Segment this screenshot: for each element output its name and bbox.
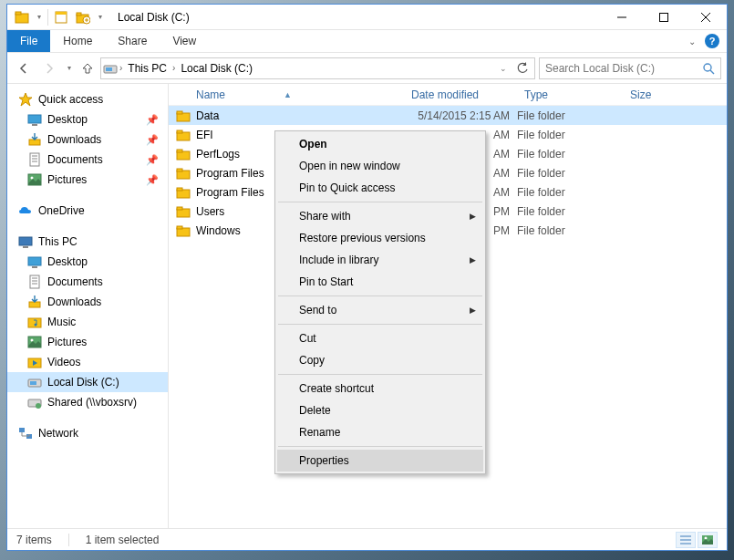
network-icon (18, 426, 33, 441)
sidebar-item-label: Documents (47, 153, 103, 166)
file-name: Users (196, 205, 224, 218)
menu-item-pin-to-start[interactable]: Pin to Start (277, 271, 483, 293)
sidebar-this-pc[interactable]: This PC (7, 232, 168, 252)
navigation-pane[interactable]: Quick access Desktop📌Downloads📌Documents… (7, 84, 169, 528)
sidebar-item-downloads[interactable]: Downloads (7, 292, 168, 312)
file-type: File folder (517, 205, 623, 218)
address-dropdown-icon[interactable]: ⌄ (496, 64, 511, 73)
status-bar: 7 items 1 item selected (7, 528, 727, 550)
ribbon-expand-icon[interactable]: ⌄ (688, 36, 696, 47)
menu-item-open[interactable]: Open (277, 133, 483, 155)
pc-icon (18, 234, 33, 249)
breadcrumb[interactable]: This PC (124, 62, 171, 75)
file-name: Program Files (196, 167, 264, 180)
sidebar-item-shared-vboxsrv-[interactable]: Shared (\\vboxsrv) (7, 392, 168, 412)
file-type: File folder (517, 186, 623, 199)
svg-rect-28 (23, 246, 28, 248)
thumbnails-view-button[interactable] (698, 532, 718, 548)
svg-point-45 (36, 403, 41, 409)
folder-icon (27, 315, 42, 329)
sidebar-item-label: OneDrive (38, 204, 85, 217)
sidebar-item-local-disk-c-[interactable]: Local Disk (C:) (7, 372, 168, 392)
file-name: PerfLogs (196, 148, 240, 161)
sidebar-network[interactable]: Network (7, 423, 168, 443)
sidebar-item-label: Pictures (47, 336, 87, 348)
menu-item-cut[interactable]: Cut (277, 327, 483, 349)
tab-home[interactable]: Home (50, 30, 105, 52)
menu-item-create-shortcut[interactable]: Create shortcut (277, 378, 483, 399)
qat-dropdown[interactable]: ▾ (35, 8, 44, 26)
svg-rect-5 (77, 13, 81, 16)
sidebar-item-label: Downloads (47, 133, 101, 146)
svg-rect-46 (19, 428, 25, 432)
file-name: Data (196, 109, 219, 122)
help-icon[interactable]: ? (705, 34, 719, 48)
folder-icon (176, 185, 191, 200)
breadcrumb[interactable]: Local Disk (C:) (177, 62, 256, 75)
column-size[interactable]: Size (623, 88, 727, 101)
search-input[interactable]: Search Local Disk (C:) (539, 57, 721, 79)
status-item-count: 7 items (16, 534, 52, 546)
sidebar-onedrive[interactable]: OneDrive (7, 201, 168, 221)
context-menu: OpenOpen in new windowPin to Quick acces… (274, 130, 486, 474)
quick-access-icon (18, 92, 33, 107)
menu-item-properties[interactable]: Properties (277, 450, 483, 472)
tab-file[interactable]: File (7, 30, 50, 52)
sidebar-item-label: Desktop (47, 255, 88, 268)
minimize-button[interactable] (601, 5, 643, 30)
column-name[interactable]: Name ▲ (169, 88, 404, 101)
history-dropdown[interactable]: ▾ (64, 57, 75, 79)
svg-rect-3 (56, 12, 67, 15)
navigation-bar: ▾ › This PC › Local Disk (C:) ⌄ Search L… (7, 53, 727, 84)
folder-icon (176, 223, 191, 238)
sidebar-item-desktop[interactable]: Desktop (7, 252, 168, 272)
menu-item-restore-previous-versions[interactable]: Restore previous versions (277, 227, 483, 249)
sidebar-item-documents[interactable]: Documents📌 (7, 150, 168, 170)
file-row[interactable]: Data5/14/2015 2:15 AMFile folder (169, 106, 727, 125)
menu-item-copy[interactable]: Copy (277, 349, 483, 371)
sidebar-item-music[interactable]: Music (7, 312, 168, 332)
tab-share[interactable]: Share (105, 30, 160, 52)
close-button[interactable] (685, 5, 727, 30)
menu-item-include-in-library[interactable]: Include in library (277, 249, 483, 271)
qat-customize-dropdown[interactable]: ▾ (96, 8, 105, 26)
sidebar-quick-access[interactable]: Quick access (7, 89, 168, 109)
new-folder-icon[interactable] (74, 8, 92, 26)
menu-item-share-with[interactable]: Share with (277, 205, 483, 227)
pin-icon: 📌 (146, 154, 159, 166)
back-button[interactable] (13, 57, 35, 79)
sidebar-item-pictures[interactable]: Pictures📌 (7, 170, 168, 190)
up-button[interactable] (78, 57, 97, 79)
refresh-icon[interactable] (512, 62, 532, 75)
drive-icon (103, 61, 118, 76)
details-view-button[interactable] (676, 532, 696, 548)
tab-view[interactable]: View (160, 30, 209, 52)
menu-item-open-in-new-window[interactable]: Open in new window (277, 155, 483, 177)
forward-button[interactable] (38, 57, 60, 79)
sidebar-item-desktop[interactable]: Desktop📌 (7, 109, 168, 130)
sidebar-item-pictures[interactable]: Pictures (7, 332, 168, 352)
menu-item-pin-to-quick-access[interactable]: Pin to Quick access (277, 177, 483, 199)
sidebar-item-label: This PC (38, 235, 78, 248)
sidebar-item-downloads[interactable]: Downloads📌 (7, 130, 168, 150)
chevron-icon[interactable]: › (119, 63, 122, 73)
sidebar-item-videos[interactable]: Videos (7, 352, 168, 372)
menu-item-rename[interactable]: Rename (277, 421, 483, 443)
menu-separator (278, 446, 482, 447)
svg-rect-60 (177, 188, 182, 191)
window-title: Local Disk (C:) (110, 11, 601, 24)
properties-icon[interactable] (52, 8, 70, 26)
column-type[interactable]: Type (517, 88, 623, 101)
svg-line-16 (710, 70, 714, 74)
sidebar-item-label: Music (47, 316, 76, 328)
column-date[interactable]: Date modified (404, 88, 517, 101)
menu-item-delete[interactable]: Delete (277, 399, 483, 421)
chevron-icon[interactable]: › (172, 63, 175, 73)
svg-rect-29 (28, 257, 41, 265)
window-controls (601, 5, 727, 30)
menu-item-send-to[interactable]: Send to (277, 299, 483, 321)
sidebar-item-documents[interactable]: Documents (7, 272, 168, 292)
maximize-button[interactable] (643, 5, 685, 30)
address-bar[interactable]: › This PC › Local Disk (C:) ⌄ (100, 57, 535, 79)
folder-icon (176, 147, 191, 161)
